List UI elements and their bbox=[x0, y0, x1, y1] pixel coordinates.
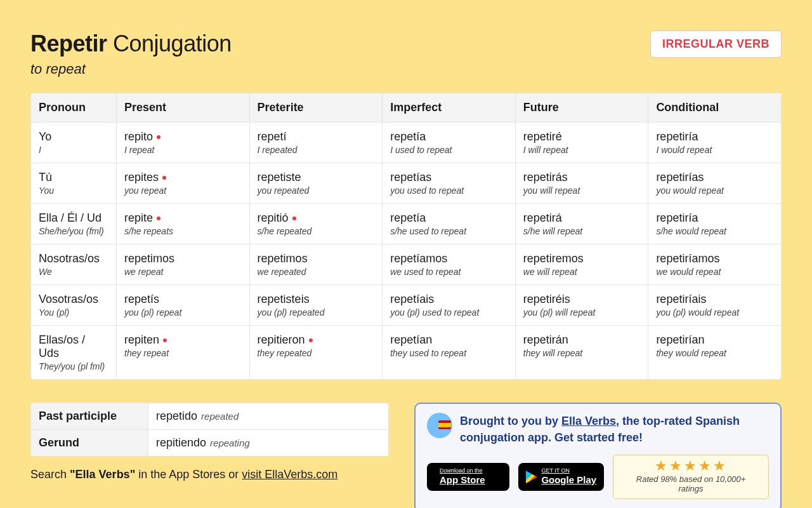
participle-en: repeated bbox=[201, 411, 239, 422]
pronoun-es: Ella / Él / Ud bbox=[39, 211, 108, 225]
promo-box: Brought to you by Ella Verbs, the top-ra… bbox=[414, 403, 782, 508]
conjugation-cell: repetisteyou repeated bbox=[249, 163, 383, 204]
irregular-dot-icon bbox=[309, 338, 313, 342]
left-column: Past participlerepetidorepeatedGerundrep… bbox=[30, 403, 389, 481]
conjugation-en: s/he repeats bbox=[124, 226, 242, 236]
conjugation-cell: repitoI repeat bbox=[117, 123, 250, 163]
conjugation-en: they used to repeat bbox=[390, 348, 508, 358]
conjugation-cell: repetisteisyou (pl) repeated bbox=[249, 285, 383, 326]
pronoun-es: Tú bbox=[39, 171, 108, 184]
conjugation-en: s/he repeated bbox=[258, 226, 375, 236]
conjugation-es: repite bbox=[124, 211, 242, 225]
table-row: Ellas/os / UdsThey/you (pl fml)repitenth… bbox=[31, 326, 782, 380]
search-quoted: "Ella Verbs" bbox=[70, 468, 135, 481]
participle-row: Past participlerepetidorepeated bbox=[31, 403, 389, 430]
conjugation-es: repetirán bbox=[523, 333, 641, 347]
conjugation-table: PronounPresentPreteriteImperfectFutureCo… bbox=[30, 93, 782, 380]
conjugation-es: repetías bbox=[390, 171, 508, 184]
ellaverbs-promo-link[interactable]: Ella Verbs bbox=[561, 415, 616, 427]
conjugation-en: they repeated bbox=[258, 348, 375, 358]
conjugation-cell: repetiríaI would repeat bbox=[648, 123, 782, 163]
verb-translation: to repeat bbox=[30, 61, 232, 77]
conjugation-cell: repetíasyou used to repeat bbox=[383, 163, 516, 204]
table-row: Ella / Él / UdShe/he/you (fml)repites/he… bbox=[31, 204, 782, 244]
table-row: YoIrepitoI repeatrepetíI repeatedrepetía… bbox=[31, 123, 782, 163]
conjugation-cell: repetiríaisyou (pl) would repeat bbox=[648, 285, 782, 326]
googleplay-badge[interactable]: GET IT ON Google Play bbox=[518, 463, 604, 491]
irregular-dot-icon bbox=[163, 338, 167, 342]
conjugation-es: repetían bbox=[390, 333, 508, 347]
conjugation-cell: repetíamoswe used to repeat bbox=[383, 244, 516, 285]
irregular-dot-icon bbox=[157, 217, 160, 220]
conjugation-es: repetiste bbox=[258, 171, 375, 184]
conjugation-es: repites bbox=[124, 171, 242, 184]
pronoun-cell: Vosotras/osYou (pl) bbox=[31, 285, 117, 326]
conjugation-es: repetirían bbox=[656, 333, 773, 347]
conjugation-cell: repitiós/he repeated bbox=[249, 204, 383, 244]
conjugation-en: you used to repeat bbox=[390, 185, 508, 196]
promo-pre: Brought to you by bbox=[460, 415, 561, 427]
conjugation-cell: repetíaI used to repeat bbox=[383, 123, 516, 163]
promo-top: Brought to you by Ella Verbs, the top-ra… bbox=[427, 413, 769, 446]
pronoun-en: You bbox=[39, 185, 108, 196]
conjugation-en: you repeated bbox=[258, 185, 375, 196]
conjugation-en: you (pl) will repeat bbox=[523, 307, 641, 318]
conjugation-cell: repetísyou (pl) repeat bbox=[117, 285, 250, 326]
conjugation-cell: repetiránthey will repeat bbox=[515, 326, 648, 380]
conjugation-cell: repetirías/he would repeat bbox=[648, 204, 782, 244]
pronoun-es: Vosotras/os bbox=[39, 293, 108, 306]
conjugation-en: we repeat bbox=[124, 267, 242, 277]
conjugation-en: you will repeat bbox=[523, 185, 641, 196]
participle-value: repitiendorepeating bbox=[148, 430, 389, 457]
conjugation-cell: repetiréI will repeat bbox=[515, 123, 648, 163]
conjugation-es: repetiréis bbox=[523, 293, 641, 306]
column-header: Preterite bbox=[249, 93, 383, 123]
participle-label: Gerund bbox=[31, 430, 148, 457]
conjugation-cell: repetimoswe repeated bbox=[249, 244, 383, 285]
conjugation-es: repetiremos bbox=[523, 252, 641, 265]
conjugation-es: repetirá bbox=[523, 211, 641, 225]
table-row: Vosotras/osYou (pl)repetísyou (pl) repea… bbox=[31, 285, 782, 326]
pronoun-es: Yo bbox=[39, 130, 108, 144]
appstore-badge[interactable]: Download on the App Store bbox=[427, 463, 509, 491]
pronoun-cell: Ella / Él / UdShe/he/you (fml) bbox=[31, 204, 117, 244]
bottom-row: Past participlerepetidorepeatedGerundrep… bbox=[30, 403, 782, 508]
participle-row: Gerundrepitiendorepeating bbox=[31, 430, 389, 457]
conjugation-en: we used to repeat bbox=[390, 267, 508, 277]
promo-bottom: Download on the App Store GET IT ON Goog… bbox=[427, 455, 769, 499]
conjugation-en: I would repeat bbox=[656, 145, 773, 155]
participle-value: repetidorepeated bbox=[148, 403, 389, 430]
header: Repetir Conjugation to repeat IRREGULAR … bbox=[30, 30, 782, 77]
irregular-dot-icon bbox=[292, 217, 296, 220]
participles-table: Past participlerepetidorepeatedGerundrep… bbox=[30, 403, 389, 457]
title-suffix: Conjugation bbox=[113, 30, 232, 57]
ellaverbs-link[interactable]: visit EllaVerbs.com bbox=[242, 468, 337, 481]
search-line: Search "Ella Verbs" in the App Stores or… bbox=[30, 468, 389, 481]
pronoun-es: Nosotras/os bbox=[39, 252, 108, 265]
play-big: Google Play bbox=[541, 474, 596, 486]
participle-label: Past participle bbox=[31, 403, 148, 430]
conjugation-en: I repeated bbox=[258, 145, 375, 155]
conjugation-cell: repites/he repeats bbox=[117, 204, 250, 244]
ellaverbs-logo-icon bbox=[427, 413, 452, 438]
conjugation-en: they would repeat bbox=[656, 348, 773, 358]
table-row: TúYourepitesyou repeatrepetisteyou repea… bbox=[31, 163, 782, 204]
pronoun-cell: YoI bbox=[31, 123, 117, 163]
promo-text: Brought to you by Ella Verbs, the top-ra… bbox=[460, 413, 769, 446]
conjugation-cell: repetirás/he will repeat bbox=[515, 204, 648, 244]
conjugation-es: repetirías bbox=[656, 171, 773, 184]
participle-en: repeating bbox=[210, 438, 250, 448]
column-header: Conditional bbox=[648, 93, 782, 123]
conjugation-cell: repetirásyou will repeat bbox=[515, 163, 648, 204]
conjugation-cell: repetiríasyou would repeat bbox=[648, 163, 782, 204]
appstore-big: App Store bbox=[440, 474, 485, 486]
column-header: Future bbox=[515, 93, 648, 123]
conjugation-en: they will repeat bbox=[523, 348, 641, 358]
search-prefix: Search bbox=[30, 468, 70, 481]
conjugation-es: repetiré bbox=[523, 130, 641, 144]
conjugation-cell: repetíanthey used to repeat bbox=[383, 326, 516, 380]
conjugation-es: repetimos bbox=[124, 252, 242, 265]
conjugation-es: repetiría bbox=[656, 211, 773, 225]
conjugation-cell: repetiríanthey would repeat bbox=[648, 326, 782, 380]
column-header: Imperfect bbox=[383, 93, 516, 123]
